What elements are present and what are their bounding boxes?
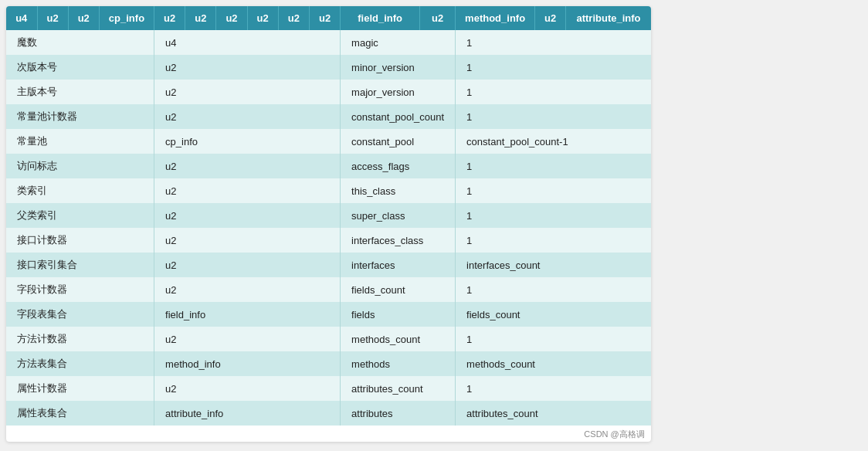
row-name: 接口计数器 bbox=[6, 228, 154, 253]
row-type: field_info bbox=[154, 302, 341, 327]
row-name: 方法表集合 bbox=[6, 351, 154, 376]
row-count: 1 bbox=[456, 80, 651, 104]
row-field: attributes bbox=[341, 401, 456, 426]
table-row: 常量池计数器u2constant_pool_count1 bbox=[6, 104, 651, 129]
row-type: u4 bbox=[154, 30, 341, 55]
row-count: 1 bbox=[456, 154, 651, 178]
row-count: 1 bbox=[456, 55, 651, 80]
row-field: super_class bbox=[341, 203, 456, 228]
table-row: 父类索引u2super_class1 bbox=[6, 203, 651, 228]
watermark: CSDN @高格调 bbox=[6, 426, 651, 442]
main-table-wrapper: u4 u2 u2 cp_info u2 u2 u2 u2 u2 u2 field… bbox=[6, 6, 651, 442]
header-u2i: u2 bbox=[420, 6, 456, 30]
row-type: u2 bbox=[154, 253, 341, 277]
row-type: u2 bbox=[154, 277, 341, 302]
header-row: u4 u2 u2 cp_info u2 u2 u2 u2 u2 u2 field… bbox=[6, 6, 651, 30]
row-count: 1 bbox=[456, 178, 651, 203]
row-type: u2 bbox=[154, 55, 341, 80]
table-row: 主版本号u2major_version1 bbox=[6, 80, 651, 104]
row-count: 1 bbox=[456, 228, 651, 253]
table-row: 属性计数器u2attributes_count1 bbox=[6, 376, 651, 401]
row-name: 属性表集合 bbox=[6, 401, 154, 426]
row-field: this_class bbox=[341, 178, 456, 203]
row-name: 字段计数器 bbox=[6, 277, 154, 302]
row-count: attributes_count bbox=[456, 401, 651, 426]
row-name: 方法计数器 bbox=[6, 327, 154, 351]
table-row: 访问标志u2access_flags1 bbox=[6, 154, 651, 178]
header-u4: u4 bbox=[6, 6, 37, 30]
row-type: u2 bbox=[154, 376, 341, 401]
row-type: u2 bbox=[154, 203, 341, 228]
row-field: interfaces bbox=[341, 253, 456, 277]
table-row: 方法表集合method_infomethodsmethods_count bbox=[6, 351, 651, 376]
header-methodinfo: method_info bbox=[456, 6, 535, 30]
row-name: 访问标志 bbox=[6, 154, 154, 178]
row-field: minor_version bbox=[341, 55, 456, 80]
row-field: access_flags bbox=[341, 154, 456, 178]
row-field: methods bbox=[341, 351, 456, 376]
row-field: fields_count bbox=[341, 277, 456, 302]
table-row: 常量池cp_infoconstant_poolconstant_pool_cou… bbox=[6, 129, 651, 154]
header-cpinfo: cp_info bbox=[99, 6, 154, 30]
row-count: 1 bbox=[456, 376, 651, 401]
row-type: u2 bbox=[154, 327, 341, 351]
header-u2j: u2 bbox=[535, 6, 566, 30]
row-field: attributes_count bbox=[341, 376, 456, 401]
row-name: 常量池 bbox=[6, 129, 154, 154]
row-name: 次版本号 bbox=[6, 55, 154, 80]
table-row: 接口计数器u2interfaces_class1 bbox=[6, 228, 651, 253]
row-type: u2 bbox=[154, 178, 341, 203]
row-field: interfaces_class bbox=[341, 228, 456, 253]
row-name: 类索引 bbox=[6, 178, 154, 203]
table-row: 字段计数器u2fields_count1 bbox=[6, 277, 651, 302]
row-count: 1 bbox=[456, 327, 651, 351]
header-u2e: u2 bbox=[216, 6, 247, 30]
row-count: 1 bbox=[456, 104, 651, 129]
row-count: fields_count bbox=[456, 302, 651, 327]
header-attrinfo: attribute_info bbox=[566, 6, 651, 30]
row-count: 1 bbox=[456, 203, 651, 228]
row-count: methods_count bbox=[456, 351, 651, 376]
header-u2b: u2 bbox=[68, 6, 99, 30]
row-count: 1 bbox=[456, 277, 651, 302]
table-row: 属性表集合attribute_infoattributesattributes_… bbox=[6, 401, 651, 426]
table-row: 次版本号u2minor_version1 bbox=[6, 55, 651, 80]
table-row: 类索引u2this_class1 bbox=[6, 178, 651, 203]
table-row: 方法计数器u2methods_count1 bbox=[6, 327, 651, 351]
row-count: constant_pool_count-1 bbox=[456, 129, 651, 154]
row-field: major_version bbox=[341, 80, 456, 104]
header-u2f: u2 bbox=[247, 6, 278, 30]
row-field: magic bbox=[341, 30, 456, 55]
header-fieldinfo: field_info bbox=[341, 6, 420, 30]
row-count: 1 bbox=[456, 30, 651, 55]
table-row: 接口索引集合u2interfacesinterfaces_count bbox=[6, 253, 651, 277]
row-type: u2 bbox=[154, 80, 341, 104]
row-type: u2 bbox=[154, 228, 341, 253]
row-field: constant_pool_count bbox=[341, 104, 456, 129]
row-name: 父类索引 bbox=[6, 203, 154, 228]
row-name: 主版本号 bbox=[6, 80, 154, 104]
row-type: method_info bbox=[154, 351, 341, 376]
row-type: u2 bbox=[154, 154, 341, 178]
row-name: 接口索引集合 bbox=[6, 253, 154, 277]
row-field: methods_count bbox=[341, 327, 456, 351]
row-count: interfaces_count bbox=[456, 253, 651, 277]
table-row: 魔数u4magic1 bbox=[6, 30, 651, 55]
row-type: u2 bbox=[154, 104, 341, 129]
row-name: 常量池计数器 bbox=[6, 104, 154, 129]
header-u2c: u2 bbox=[154, 6, 185, 30]
header-u2g: u2 bbox=[278, 6, 309, 30]
header-u2d: u2 bbox=[185, 6, 216, 30]
table-body: 魔数u4magic1次版本号u2minor_version1主版本号u2majo… bbox=[6, 30, 651, 426]
row-name: 魔数 bbox=[6, 30, 154, 55]
header-u2h: u2 bbox=[309, 6, 340, 30]
class-structure-table: u4 u2 u2 cp_info u2 u2 u2 u2 u2 u2 field… bbox=[6, 6, 651, 426]
row-name: 属性计数器 bbox=[6, 376, 154, 401]
row-field: constant_pool bbox=[341, 129, 456, 154]
row-type: cp_info bbox=[154, 129, 341, 154]
header-u2a: u2 bbox=[37, 6, 68, 30]
row-type: attribute_info bbox=[154, 401, 341, 426]
row-name: 字段表集合 bbox=[6, 302, 154, 327]
row-field: fields bbox=[341, 302, 456, 327]
table-row: 字段表集合field_infofieldsfields_count bbox=[6, 302, 651, 327]
